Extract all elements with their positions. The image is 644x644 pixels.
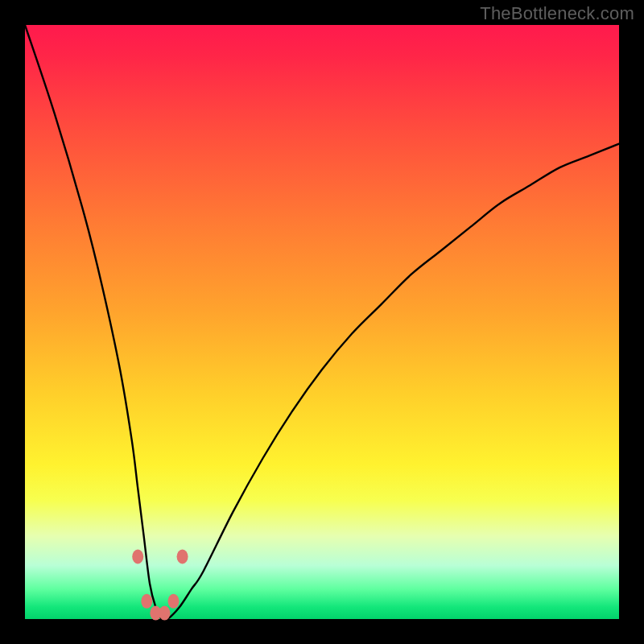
curve-marker xyxy=(159,606,170,621)
chart-frame: TheBottleneck.com xyxy=(0,0,644,644)
curve-marker xyxy=(132,550,143,564)
curve-markers xyxy=(132,550,188,621)
curve-marker xyxy=(168,594,180,609)
bottleneck-curve-layer xyxy=(25,25,619,619)
plot-area xyxy=(25,25,619,619)
bottleneck-curve xyxy=(25,25,619,621)
curve-marker xyxy=(177,550,188,564)
curve-marker xyxy=(141,594,152,609)
watermark-text: TheBottleneck.com xyxy=(480,3,634,24)
